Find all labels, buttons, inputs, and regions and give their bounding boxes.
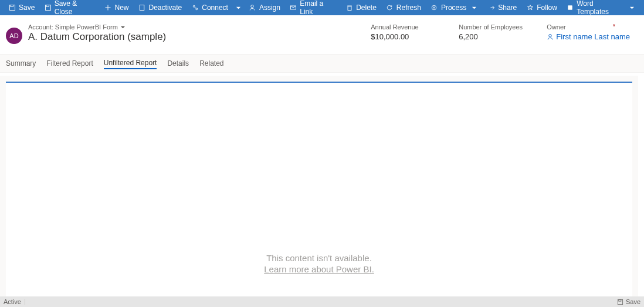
word-icon <box>567 4 574 12</box>
connect-label: Connect <box>202 4 228 12</box>
required-marker: * <box>613 23 615 30</box>
share-icon <box>487 4 495 12</box>
svg-rect-1 <box>11 5 13 7</box>
svg-rect-19 <box>619 299 621 301</box>
divider <box>25 299 25 305</box>
svg-rect-16 <box>568 5 572 10</box>
form-selector[interactable]: Account: Simple PowerBI Form <box>28 23 166 31</box>
title-block: Account: Simple PowerBI Form A. Datum Co… <box>28 23 166 43</box>
field-num-employees[interactable]: Number of Employees 6,200 <box>459 23 547 41</box>
chevron-down-icon <box>629 4 636 12</box>
refresh-button[interactable]: Refresh <box>381 0 426 15</box>
save-button[interactable]: Save <box>4 0 39 15</box>
person-icon <box>547 33 554 41</box>
report-panel: This content isn't available. Learn more… <box>6 82 632 296</box>
share-button[interactable]: Share <box>483 0 521 15</box>
chevron-down-icon <box>120 25 126 30</box>
word-templates-label: Word Templates <box>577 0 624 16</box>
field-label: Number of Employees <box>459 23 538 31</box>
svg-point-14 <box>432 5 437 10</box>
owner-value[interactable]: First name Last name <box>547 32 630 41</box>
process-button[interactable]: Process <box>426 0 483 15</box>
field-value: $10,000.00 <box>371 32 450 41</box>
svg-line-9 <box>195 7 196 8</box>
delete-label: Delete <box>356 4 377 12</box>
avatar-initials: AD <box>9 32 18 39</box>
follow-label: Follow <box>537 4 557 12</box>
tab-filtered-report[interactable]: Filtered Report <box>46 59 93 69</box>
svg-point-10 <box>251 5 254 8</box>
process-icon <box>431 4 438 12</box>
follow-button[interactable]: Follow <box>521 0 562 15</box>
save-icon <box>617 299 623 305</box>
tab-summary[interactable]: Summary <box>6 59 36 69</box>
tab-related[interactable]: Related <box>199 59 223 69</box>
assign-label: Assign <box>259 4 280 12</box>
email-link-label: Email a Link <box>300 0 336 16</box>
deactivate-button[interactable]: Deactivate <box>134 0 187 15</box>
deactivate-label: Deactivate <box>149 4 182 12</box>
tabs-row: Summary Filtered Report Unfiltered Repor… <box>0 55 644 73</box>
email-link-button[interactable]: Email a Link <box>285 0 341 15</box>
tab-details[interactable]: Details <box>167 59 189 69</box>
owner-name: First name Last name <box>556 32 630 41</box>
empty-state: This content isn't available. Learn more… <box>264 253 374 274</box>
content-scroll[interactable]: This content isn't available. Learn more… <box>0 76 638 296</box>
star-icon <box>526 4 534 12</box>
record-title: A. Datum Corporation (sample) <box>28 31 166 43</box>
avatar: AD <box>6 28 22 44</box>
save-close-button[interactable]: Save & Close <box>39 0 99 15</box>
deactivate-icon <box>138 4 146 12</box>
save-label: Save <box>19 4 35 12</box>
field-value: 6,200 <box>459 32 538 41</box>
save-close-label: Save & Close <box>55 0 95 16</box>
field-annual-revenue[interactable]: Annual Revenue $10,000.00 <box>371 23 459 41</box>
new-label: New <box>115 4 129 12</box>
plus-icon <box>104 4 112 12</box>
eyebrow-text: Account: Simple PowerBI Form <box>28 23 118 31</box>
empty-message: This content isn't available. <box>264 253 374 263</box>
field-owner[interactable]: Owner * First name Last name <box>547 23 638 41</box>
connect-icon <box>191 4 199 12</box>
command-bar: Save Save & Close New Deactivate Connect… <box>0 0 644 15</box>
svg-point-15 <box>433 7 435 8</box>
new-button[interactable]: New <box>100 0 134 15</box>
field-label: Owner * <box>547 23 630 31</box>
tab-unfiltered-report[interactable]: Unfiltered Report <box>104 59 157 69</box>
delete-button[interactable]: Delete <box>341 0 381 15</box>
svg-point-17 <box>549 34 552 37</box>
status-bar: Active Save <box>0 296 644 307</box>
svg-rect-6 <box>140 5 144 11</box>
word-templates-button[interactable]: Word Templates <box>562 0 640 15</box>
save-icon <box>8 4 16 12</box>
svg-rect-12 <box>348 6 351 11</box>
learn-more-link[interactable]: Learn more about Power BI. <box>264 264 374 274</box>
assign-button[interactable]: Assign <box>244 0 285 15</box>
assign-icon <box>249 4 256 12</box>
refresh-icon <box>386 4 394 12</box>
svg-rect-3 <box>46 5 49 7</box>
connect-dropdown[interactable] <box>233 0 244 15</box>
email-icon <box>290 4 297 12</box>
process-label: Process <box>441 4 466 12</box>
svg-point-8 <box>195 8 197 10</box>
field-label: Annual Revenue <box>371 23 450 31</box>
status-save-button[interactable]: Save <box>617 298 640 305</box>
svg-point-7 <box>193 5 195 7</box>
refresh-label: Refresh <box>396 4 421 12</box>
record-header: AD Account: Simple PowerBI Form A. Datum… <box>0 15 644 55</box>
save-close-icon <box>44 4 51 12</box>
chevron-down-icon <box>470 4 478 12</box>
share-label: Share <box>498 4 517 12</box>
status-save-label: Save <box>626 298 640 305</box>
delete-icon <box>345 4 353 12</box>
connect-button[interactable]: Connect <box>187 0 233 15</box>
status-text: Active <box>4 298 21 305</box>
